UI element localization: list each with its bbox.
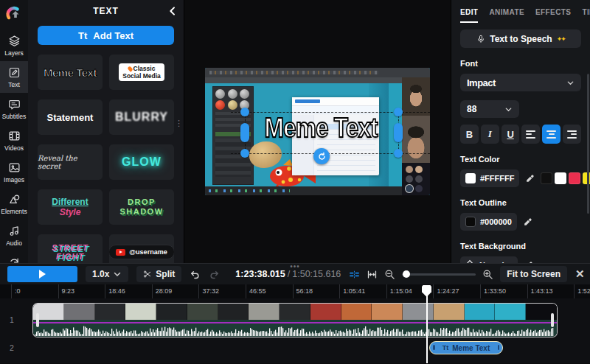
- clip-thumbnails: [33, 304, 557, 320]
- clip-thumbnail: [125, 304, 156, 320]
- clip-trim-handle-right[interactable]: [498, 345, 500, 350]
- selection-handle-top-left[interactable]: [240, 108, 249, 116]
- panel-title: TEXT: [93, 6, 119, 16]
- align-right-button[interactable]: [563, 125, 581, 144]
- selection-handle-right[interactable]: [394, 123, 403, 142]
- style-preview: @username: [109, 245, 174, 259]
- text-style-drop-shadow[interactable]: DROPSHADOW: [109, 189, 174, 225]
- sidebar-item-text[interactable]: Text: [0, 61, 28, 93]
- play-icon: [39, 270, 46, 279]
- clip-thumbnail: [156, 304, 187, 320]
- undo-button[interactable]: [190, 269, 201, 280]
- text-style-meme-text[interactable]: Meme Text: [38, 55, 103, 90]
- selection-handle-top-right[interactable]: [394, 108, 403, 116]
- timecode: 1:23:38.015/1:50:15.616: [235, 269, 341, 279]
- italic-button[interactable]: I: [481, 125, 499, 144]
- ruler-tick: [480, 284, 481, 298]
- track-2-label: 2: [10, 343, 14, 352]
- text-to-speech-button[interactable]: Text to Speech ✦✦: [460, 29, 581, 48]
- font-size-select[interactable]: 88: [460, 100, 519, 118]
- fit-clip-icon[interactable]: [367, 269, 378, 280]
- collapse-panel-icon[interactable]: [167, 5, 178, 17]
- color-swatch[interactable]: [555, 172, 566, 184]
- video-content: [205, 68, 430, 77]
- ruler-tick: [58, 284, 59, 298]
- text-clip[interactable]: Tt Meme Text: [429, 341, 503, 354]
- bold-button[interactable]: B: [460, 125, 479, 144]
- zoom-slider-knob[interactable]: [403, 270, 410, 278]
- text-style-classic-social-media[interactable]: ClassicSocial Media: [109, 55, 174, 90]
- inspector-panel: EDITANIMATEEFFECTSTIMING Text to Speech …: [451, 0, 590, 263]
- timeline-ruler[interactable]: :09:2318:4628:0937:3246:5556:181:05:411:…: [0, 284, 590, 298]
- play-button[interactable]: [7, 266, 77, 282]
- text-style-reveal-secret[interactable]: Reveal the secret: [38, 144, 103, 180]
- text-style-label: Reveal the secret: [38, 154, 103, 170]
- split-button[interactable]: Split: [136, 266, 181, 282]
- ruler-label: 46:55: [249, 287, 266, 295]
- tab-edit[interactable]: EDIT: [460, 8, 478, 23]
- preview-canvas: Meme Text: [184, 0, 451, 263]
- text-style-statement[interactable]: Statement: [38, 99, 103, 135]
- eyedropper-icon[interactable]: [525, 174, 535, 183]
- timeline-zoom-slider[interactable]: [402, 273, 476, 276]
- redo-button[interactable]: [209, 269, 220, 280]
- clip-trim-handle-left[interactable]: [433, 345, 435, 350]
- ruler-label: 1:15:04: [390, 287, 412, 295]
- underline-button[interactable]: U: [502, 125, 520, 144]
- zoom-out-icon[interactable]: [384, 269, 395, 280]
- close-icon[interactable]: ✕: [575, 267, 585, 281]
- sidebar-item-label: Images: [4, 176, 24, 183]
- sidebar-item-layers[interactable]: Layers: [0, 29, 28, 61]
- selection-handle-left[interactable]: [240, 123, 249, 142]
- align-left-button[interactable]: [521, 125, 540, 144]
- eyedropper-icon[interactable]: [523, 217, 532, 227]
- color-swatch: [465, 173, 476, 183]
- video-frame[interactable]: Meme Text: [205, 68, 430, 195]
- text-style-glow[interactable]: GLOW: [109, 144, 174, 180]
- clip-trim-handle-right[interactable]: [551, 313, 554, 327]
- sidebar-item-elements[interactable]: Elements: [0, 188, 28, 220]
- tab-animate[interactable]: ANIMATE: [489, 8, 524, 23]
- rotate-handle[interactable]: [313, 148, 330, 164]
- sidebar-item-label: Audio: [6, 239, 22, 247]
- text-outline-value[interactable]: #000000: [460, 213, 517, 231]
- layers-icon: [8, 35, 21, 47]
- track-1-label: 1: [10, 315, 14, 324]
- ruler-label: 1:05:41: [343, 287, 365, 295]
- video-clip[interactable]: [33, 304, 557, 337]
- panel-resize-handle[interactable]: ⋮: [175, 122, 183, 125]
- text-color-value[interactable]: #FFFFFF: [460, 169, 519, 187]
- add-text-button[interactable]: Tt Add Text: [38, 26, 174, 45]
- text-style-label: FIGHT: [56, 252, 84, 261]
- tab-timing[interactable]: TIMING: [582, 8, 590, 23]
- ruler-label: 9:23: [62, 287, 75, 295]
- align-center-button[interactable]: [542, 125, 560, 144]
- playback-speed-button[interactable]: 1.0x: [86, 266, 128, 282]
- playhead-line[interactable]: [426, 294, 428, 363]
- video-content: [205, 186, 402, 195]
- fit-to-screen-button[interactable]: Fit to Screen: [500, 266, 567, 282]
- videos-icon: [8, 130, 21, 142]
- text-style-blurry[interactable]: BLURRY: [109, 99, 174, 135]
- align-center-icon: [546, 130, 556, 139]
- selection-handle-bottom-left[interactable]: [240, 149, 249, 158]
- color-swatch: [465, 217, 476, 227]
- sidebar-item-images[interactable]: Images: [0, 156, 28, 188]
- selection-handle-bottom-right[interactable]: [394, 149, 403, 158]
- ruler-tick: [198, 284, 199, 298]
- clip-trim-handle-left[interactable]: [36, 313, 39, 327]
- sidebar-item-subtitles[interactable]: Subtitles: [0, 93, 28, 125]
- font-select[interactable]: Impact: [460, 74, 581, 91]
- color-swatch[interactable]: [569, 172, 580, 184]
- sidebar-item-transitions[interactable]: [0, 251, 28, 263]
- sidebar-item-audio[interactable]: Audio: [0, 220, 28, 251]
- color-swatch[interactable]: [541, 172, 552, 184]
- sidebar-item-videos[interactable]: Videos: [0, 125, 28, 156]
- scrollbar[interactable]: [587, 74, 589, 214]
- snapping-toggle-icon[interactable]: [349, 269, 360, 280]
- tab-effects[interactable]: EFFECTS: [535, 8, 571, 23]
- panel-drag-handle[interactable]: •••: [290, 262, 300, 270]
- app-logo[interactable]: [5, 5, 23, 23]
- text-style-different-style[interactable]: DifferentStyle: [38, 189, 103, 225]
- zoom-in-icon[interactable]: [482, 269, 493, 280]
